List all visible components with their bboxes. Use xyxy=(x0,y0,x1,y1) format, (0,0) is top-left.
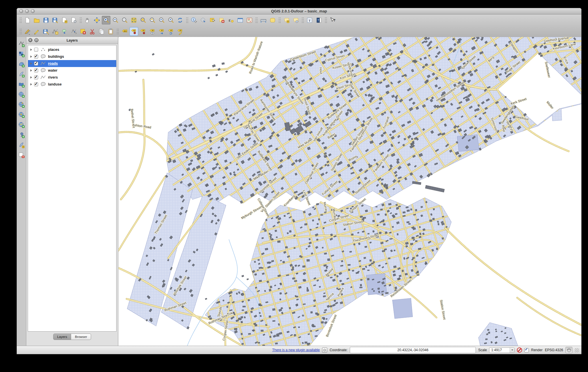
select-features-button[interactable] xyxy=(208,16,217,25)
run-feature-action-button[interactable] xyxy=(199,16,208,25)
panel-float-icon[interactable]: ❐ xyxy=(34,38,38,42)
add-wms-layer-button[interactable] xyxy=(17,101,25,109)
whats-this-button[interactable]: ? xyxy=(328,16,337,25)
field-calculator-button[interactable] xyxy=(245,16,254,25)
deselect-features-button[interactable] xyxy=(217,16,226,25)
move-feature-button[interactable] xyxy=(60,27,69,36)
rotate-label-tool-button[interactable]: ab xyxy=(167,27,175,36)
new-print-composer-button[interactable] xyxy=(60,16,69,25)
show-hide-labels-button[interactable]: ab xyxy=(148,27,157,36)
zoom-to-selection-button[interactable] xyxy=(139,16,147,25)
panel-close-icon[interactable]: × xyxy=(28,38,32,42)
zoom-window-icon[interactable] xyxy=(31,9,35,13)
remove-layer-button[interactable] xyxy=(17,151,25,159)
title-bar[interactable]: QGIS 2.0.1-Dufour – basic_map xyxy=(17,8,581,14)
layer-visibility-checkbox[interactable] xyxy=(34,82,38,86)
layer-item-buildings[interactable]: buildings xyxy=(28,53,116,60)
expand-arrow-icon[interactable] xyxy=(30,55,32,58)
layer-item-roads[interactable]: roads xyxy=(28,60,116,67)
layers-panel-header[interactable]: × ❐ Layers xyxy=(26,37,118,44)
scale-dropdown-icon[interactable] xyxy=(510,348,514,353)
tab-browser[interactable]: Browser xyxy=(71,334,91,340)
add-vector-layer-button[interactable] xyxy=(17,40,25,48)
minimize-window-icon[interactable] xyxy=(25,9,29,13)
pan-map-button[interactable] xyxy=(83,16,92,25)
layer-visibility-checkbox[interactable] xyxy=(34,62,38,66)
current-edits-button[interactable] xyxy=(23,27,32,36)
layer-visibility-checkbox[interactable] xyxy=(34,48,38,52)
zoom-native-button[interactable]: 1:1 xyxy=(120,16,129,25)
labeling-button[interactable]: abc xyxy=(120,27,129,36)
crs-status-icon[interactable] xyxy=(565,347,572,353)
change-label-button[interactable]: ab xyxy=(176,27,184,36)
zoom-to-layer-button[interactable] xyxy=(148,16,157,25)
expand-arrow-icon[interactable] xyxy=(30,49,32,51)
layer-item-places[interactable]: places xyxy=(28,46,116,53)
zoom-in-button[interactable] xyxy=(102,16,110,25)
save-project-button[interactable] xyxy=(42,16,50,25)
add-oracle-layer-button[interactable] xyxy=(17,90,25,98)
render-checkbox[interactable] xyxy=(524,348,529,352)
close-window-icon[interactable] xyxy=(19,9,23,13)
text-annotation-button[interactable]: T xyxy=(305,16,314,25)
plugin-icon[interactable] xyxy=(322,347,327,353)
select-by-expression-button[interactable]: ε xyxy=(227,16,235,25)
add-wcs-layer-button[interactable] xyxy=(17,111,25,119)
expand-arrow-icon[interactable] xyxy=(30,76,32,79)
zoom-out-button[interactable] xyxy=(111,16,120,25)
add-feature-button[interactable] xyxy=(51,27,60,36)
expand-arrow-icon[interactable] xyxy=(30,62,32,65)
expand-arrow-icon[interactable] xyxy=(30,69,32,72)
node-tool-button[interactable] xyxy=(69,27,78,36)
delete-selected-button[interactable] xyxy=(79,27,87,36)
tab-layers[interactable]: Layers xyxy=(53,334,71,340)
add-raster-layer-button[interactable] xyxy=(17,50,25,58)
layer-item-rivers[interactable]: rivers xyxy=(28,74,116,81)
measure-line-button[interactable] xyxy=(259,16,268,25)
save-project-as-button[interactable] xyxy=(51,16,60,25)
toggle-editing-button[interactable] xyxy=(32,27,41,36)
paste-features-button[interactable] xyxy=(106,27,115,36)
cut-features-button[interactable] xyxy=(88,27,97,36)
measure-area-button[interactable] xyxy=(268,16,277,25)
rotate-label-button[interactable]: ab xyxy=(139,27,147,36)
add-mssql-layer-button[interactable] xyxy=(17,80,25,88)
zoom-full-button[interactable] xyxy=(130,16,138,25)
pan-to-selection-button[interactable] xyxy=(93,16,101,25)
new-project-button[interactable] xyxy=(23,16,32,25)
layer-item-landuse[interactable]: landuse xyxy=(28,81,116,88)
composer-manager-button[interactable] xyxy=(69,16,78,25)
move-label-button[interactable]: ab xyxy=(130,27,138,36)
zoom-last-button[interactable] xyxy=(157,16,166,25)
plugin-available-link[interactable]: There is a new plugin available xyxy=(272,348,320,352)
layer-visibility-checkbox[interactable] xyxy=(34,55,38,59)
open-project-button[interactable] xyxy=(32,16,41,25)
open-attribute-table-button[interactable] xyxy=(236,16,245,25)
add-delimited-text-layer-button[interactable] xyxy=(17,131,25,139)
add-wfs-layer-button[interactable] xyxy=(17,121,25,129)
expand-arrow-icon[interactable] xyxy=(30,83,32,85)
identify-features-button[interactable]: i xyxy=(190,16,198,25)
zoom-next-button[interactable] xyxy=(167,16,175,25)
new-spatialite-layer-button[interactable] xyxy=(17,141,25,149)
scale-combobox[interactable]: 1:4917 xyxy=(489,347,515,353)
add-spatialite-layer-button[interactable] xyxy=(17,70,25,78)
label-arrow-button[interactable]: ab xyxy=(157,27,166,36)
refresh-map-button[interactable] xyxy=(176,16,184,25)
new-bookmark-button[interactable] xyxy=(282,16,291,25)
map-canvas[interactable]: Road to Marloth NatureBethel StreetAshto… xyxy=(119,37,581,346)
save-project-as-icon xyxy=(52,17,59,24)
layer-visibility-checkbox[interactable] xyxy=(34,68,38,72)
layer-item-water[interactable]: water xyxy=(28,67,116,74)
stop-render-icon[interactable] xyxy=(517,347,522,353)
window-controls[interactable] xyxy=(19,9,35,13)
form-annotation-button[interactable]: ? xyxy=(315,16,323,25)
show-bookmarks-button[interactable] xyxy=(291,16,300,25)
copy-features-button[interactable] xyxy=(97,27,106,36)
resize-grip[interactable] xyxy=(575,348,579,352)
save-layer-edits-button[interactable] xyxy=(42,27,50,36)
layer-visibility-checkbox[interactable] xyxy=(34,75,38,79)
coordinate-input[interactable] xyxy=(350,347,476,353)
add-postgis-layer-button[interactable] xyxy=(17,60,25,68)
add-oracle-layer-icon xyxy=(18,91,25,98)
